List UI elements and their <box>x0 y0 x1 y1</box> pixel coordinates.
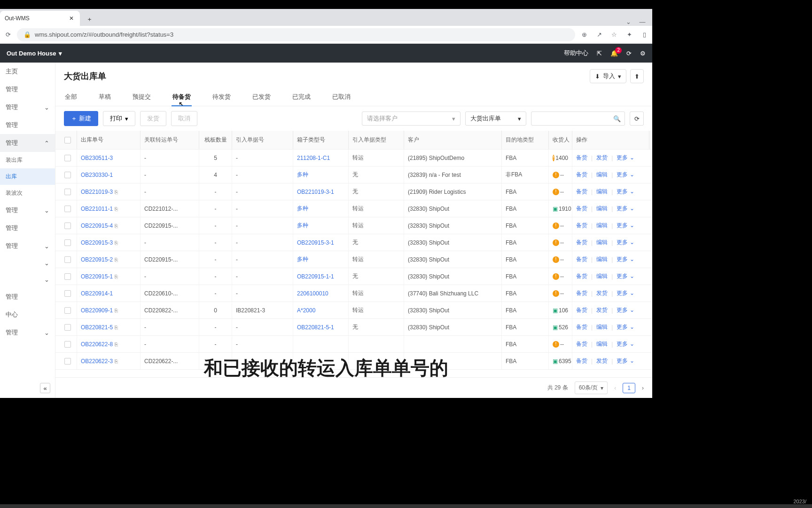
row-checkbox[interactable] <box>64 256 71 263</box>
prev-page-button[interactable]: ‹ <box>614 385 616 391</box>
col-related[interactable]: 关联转运单号 <box>141 131 199 149</box>
action-a2[interactable]: 编辑 <box>596 188 608 196</box>
action-a1[interactable]: 备货 <box>576 357 587 365</box>
col-pallet[interactable]: 栈板数量 <box>199 131 232 149</box>
sidebar-item[interactable]: 管理⌃ <box>0 134 55 152</box>
box-link[interactable]: 多种 <box>293 217 349 234</box>
box-link[interactable]: OB220915-3-1 <box>293 234 349 251</box>
action-a2[interactable]: 编辑 <box>596 238 608 246</box>
extension-icon[interactable]: ✦ <box>625 31 633 39</box>
sidebar-collapse-button[interactable]: « <box>40 383 50 393</box>
sidebar-sub-item[interactable]: 出库 <box>0 168 55 185</box>
copy-icon[interactable]: ⎘ <box>115 223 118 229</box>
tab-2[interactable]: 预提交 <box>132 88 152 106</box>
row-checkbox[interactable] <box>64 239 71 246</box>
copy-icon[interactable]: ⎘ <box>115 257 118 262</box>
action-more[interactable]: 更多 ⌄ <box>617 255 634 263</box>
col-reftype[interactable]: 引入单据类型 <box>349 131 404 149</box>
action-more[interactable]: 更多 ⌄ <box>617 171 634 179</box>
new-button[interactable]: ＋ 新建 <box>64 111 98 126</box>
page-number[interactable]: 1 <box>623 383 635 393</box>
copy-icon[interactable]: ⎘ <box>115 274 118 279</box>
sidebar-item[interactable]: 管理 <box>0 116 55 134</box>
action-more[interactable]: 更多 ⌄ <box>617 289 634 297</box>
action-a1[interactable]: 备货 <box>576 188 587 196</box>
tab-7[interactable]: 已取消 <box>331 88 351 106</box>
col-recv[interactable]: 收货人 <box>549 131 572 149</box>
box-link[interactable]: 多种 <box>293 200 349 217</box>
action-a1[interactable]: 备货 <box>576 255 587 263</box>
star-icon[interactable]: ☆ <box>610 31 618 39</box>
col-customer[interactable]: 客户 <box>404 131 502 149</box>
export-icon-button[interactable]: ⬆ <box>630 69 644 83</box>
row-checkbox[interactable] <box>64 189 71 195</box>
order-link[interactable]: OB220622-8⎘ <box>77 336 141 352</box>
action-a1[interactable]: 备货 <box>576 289 587 297</box>
order-link[interactable]: OB220909-1⎘ <box>77 302 141 318</box>
tab-3[interactable]: 待备货↖ <box>172 88 192 106</box>
row-checkbox[interactable] <box>64 222 71 229</box>
copy-icon[interactable]: ⎘ <box>115 308 118 313</box>
box-link[interactable] <box>293 336 349 352</box>
action-more[interactable]: 更多 ⌄ <box>617 205 634 213</box>
browser-tab[interactable]: Out-WMS ✕ <box>0 11 80 26</box>
sidebar-item[interactable]: 管理 <box>0 80 55 98</box>
refresh-icon[interactable]: ⟳ <box>626 50 632 57</box>
panel-icon[interactable]: ▯ <box>640 31 648 39</box>
col-order-number[interactable]: 出库单号 <box>77 131 141 149</box>
box-link[interactable]: OB220821-5-1 <box>293 319 349 335</box>
row-checkbox[interactable] <box>64 206 71 212</box>
action-more[interactable]: 更多 ⌄ <box>617 272 634 280</box>
reload-button[interactable]: ⟳ <box>630 111 644 126</box>
share-icon[interactable]: ↗ <box>595 31 603 39</box>
search-icon[interactable]: ⊕ <box>580 31 588 39</box>
order-link[interactable]: OB220821-5⎘ <box>77 319 141 335</box>
copy-icon[interactable]: ⎘ <box>115 358 118 364</box>
page-size-select[interactable]: 60条/页 ▾ <box>575 381 608 394</box>
action-more[interactable]: 更多 ⌄ <box>617 188 634 196</box>
action-more[interactable]: 更多 ⌄ <box>617 154 634 162</box>
order-link[interactable]: OB220915-4⎘ <box>77 217 141 234</box>
action-a1[interactable]: 备货 <box>576 340 587 348</box>
row-checkbox[interactable] <box>64 172 71 178</box>
next-page-button[interactable]: › <box>642 385 644 391</box>
action-a1[interactable]: 备货 <box>576 323 587 331</box>
action-a2[interactable]: 发货 <box>596 357 608 365</box>
row-checkbox[interactable] <box>64 324 71 331</box>
action-more[interactable]: 更多 ⌄ <box>617 323 634 331</box>
action-a2[interactable]: 发货 <box>596 306 608 314</box>
order-link[interactable]: OB220915-1⎘ <box>77 268 141 285</box>
order-link[interactable]: OB230511-3 <box>77 150 141 166</box>
action-a1[interactable]: 备货 <box>576 272 587 280</box>
col-dest[interactable]: 目的地类型 <box>502 131 549 149</box>
action-more[interactable]: 更多 ⌄ <box>617 306 634 314</box>
sidebar-sub-item[interactable]: 装波次 <box>0 185 55 201</box>
action-more[interactable]: 更多 ⌄ <box>617 357 634 365</box>
sidebar-item[interactable]: 管理 <box>0 288 55 306</box>
action-a1[interactable]: 备货 <box>576 171 587 179</box>
row-checkbox[interactable] <box>64 273 71 280</box>
action-a2[interactable]: 发货 <box>596 154 608 162</box>
sidebar-item[interactable]: 中心 <box>0 306 55 324</box>
action-more[interactable]: 更多 ⌄ <box>617 238 634 246</box>
sidebar-item[interactable]: 管理⌄ <box>0 237 55 255</box>
notification-icon[interactable]: 🔔 2 <box>610 50 618 57</box>
tab-4[interactable]: 待发货 <box>211 88 232 106</box>
print-button[interactable]: 打印 ▾ <box>103 111 135 126</box>
sidebar-item[interactable]: ⌄ <box>0 255 55 271</box>
box-link[interactable]: 多种 <box>293 251 349 268</box>
select-all-checkbox[interactable] <box>64 137 71 143</box>
sidebar-item[interactable]: 管理 <box>0 219 55 237</box>
box-link[interactable]: 2206100010 <box>293 285 349 302</box>
action-a2[interactable]: 编辑 <box>596 323 608 331</box>
settings-icon[interactable]: ⚙ <box>640 50 646 57</box>
sidebar-item[interactable]: 主页 <box>0 63 55 80</box>
action-a1[interactable]: 备货 <box>576 306 587 314</box>
chevron-down-icon[interactable]: ⌄ <box>624 17 632 26</box>
action-a2[interactable]: 发货 <box>596 289 608 297</box>
row-checkbox[interactable] <box>64 307 71 314</box>
tab-0[interactable]: 全部 <box>64 88 78 106</box>
action-a1[interactable]: 备货 <box>576 238 587 246</box>
box-link[interactable]: 多种 <box>293 167 349 183</box>
row-checkbox[interactable] <box>64 155 71 161</box>
